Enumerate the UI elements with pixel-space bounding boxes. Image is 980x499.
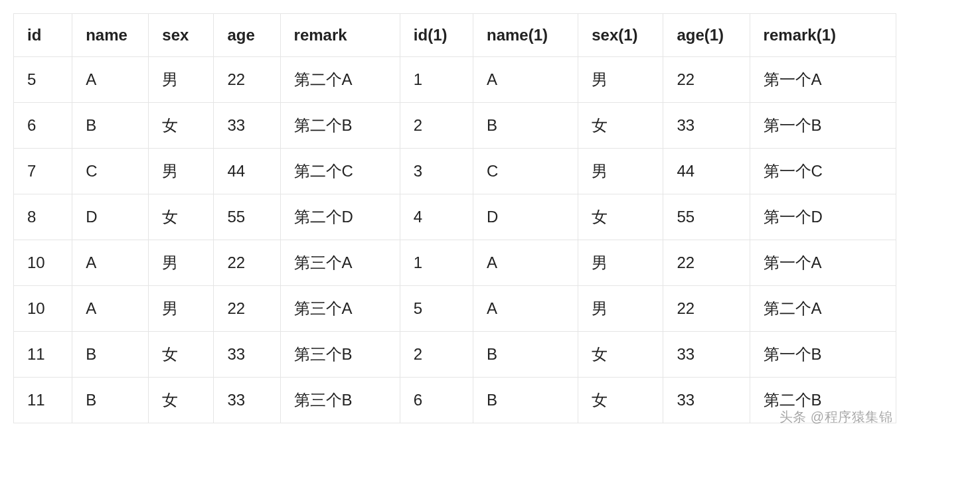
table-cell: 6: [400, 378, 473, 423]
table-row: 10A男22第三个A5A男22第二个A: [14, 286, 896, 332]
table-cell: 第二个D: [280, 194, 400, 240]
table-cell: A: [473, 286, 578, 332]
table-cell: B: [72, 332, 149, 378]
table-cell: 第一个B: [750, 103, 896, 149]
table-cell: B: [473, 378, 578, 423]
table-cell: B: [473, 103, 578, 149]
table-cell: 5: [14, 57, 72, 103]
col-header-remark: remark: [280, 14, 400, 57]
table-cell: 男: [149, 240, 214, 286]
table-cell: 男: [149, 286, 214, 332]
table-cell: C: [72, 149, 149, 194]
table-cell: 第三个B: [280, 332, 400, 378]
table-cell: 女: [149, 194, 214, 240]
table-cell: 第二个B: [280, 103, 400, 149]
col-header-sex: sex: [149, 14, 214, 57]
table-row: 8D女55第二个D4D女55第一个D: [14, 194, 896, 240]
col-header-age1: age(1): [663, 14, 750, 57]
table-cell: 44: [663, 149, 750, 194]
table-row: 6B女33第二个B2B女33第一个B: [14, 103, 896, 149]
table-cell: 22: [663, 286, 750, 332]
table-cell: 女: [149, 332, 214, 378]
table-cell: B: [72, 378, 149, 423]
table-row: 7C男44第二个C3C男44第一个C: [14, 149, 896, 194]
table-cell: 11: [14, 332, 72, 378]
table-cell: 44: [214, 149, 280, 194]
table-cell: B: [72, 103, 149, 149]
table-cell: 男: [149, 149, 214, 194]
table-cell: A: [72, 240, 149, 286]
table-row: 11B女33第三个B6B女33第二个B: [14, 378, 896, 423]
col-header-remark1: remark(1): [750, 14, 896, 57]
table-row: 11B女33第三个B2B女33第一个B: [14, 332, 896, 378]
table-cell: 男: [578, 149, 663, 194]
table-cell: D: [72, 194, 149, 240]
table-cell: 22: [663, 240, 750, 286]
table-cell: 第一个C: [750, 149, 896, 194]
table-cell: 第三个A: [280, 240, 400, 286]
table-row: 5A男22第二个A1A男22第一个A: [14, 57, 896, 103]
table-cell: 女: [578, 194, 663, 240]
table-cell: 22: [214, 286, 280, 332]
table-cell: 7: [14, 149, 72, 194]
table-cell: 22: [214, 240, 280, 286]
table-cell: 33: [663, 103, 750, 149]
table-cell: A: [473, 57, 578, 103]
table-cell: 33: [663, 378, 750, 423]
col-header-name1: name(1): [473, 14, 578, 57]
table-cell: 5: [400, 286, 473, 332]
col-header-name: name: [72, 14, 149, 57]
table-cell: 女: [578, 332, 663, 378]
table-cell: 55: [214, 194, 280, 240]
table-cell: 第三个B: [280, 378, 400, 423]
table-cell: 女: [578, 103, 663, 149]
table-cell: 6: [14, 103, 72, 149]
table-cell: 33: [214, 332, 280, 378]
table-cell: A: [72, 57, 149, 103]
table-container: id name sex age remark id(1) name(1) sex…: [13, 13, 896, 423]
table-cell: 第二个A: [280, 57, 400, 103]
table-cell: 22: [663, 57, 750, 103]
table-cell: 2: [400, 103, 473, 149]
table-cell: 10: [14, 240, 72, 286]
table-cell: C: [473, 149, 578, 194]
table-cell: 男: [578, 286, 663, 332]
table-cell: 22: [214, 57, 280, 103]
table-cell: 第三个A: [280, 286, 400, 332]
table-cell: 1: [400, 240, 473, 286]
table-cell: 55: [663, 194, 750, 240]
table-cell: 女: [149, 378, 214, 423]
table-cell: 男: [149, 57, 214, 103]
col-header-age: age: [214, 14, 280, 57]
table-cell: 10: [14, 286, 72, 332]
table-cell: 11: [14, 378, 72, 423]
table-cell: 第二个A: [750, 286, 896, 332]
table-cell: 2: [400, 332, 473, 378]
table-cell: 33: [214, 378, 280, 423]
table-cell: A: [473, 240, 578, 286]
table-cell: 男: [578, 240, 663, 286]
table-cell: 33: [214, 103, 280, 149]
col-header-sex1: sex(1): [578, 14, 663, 57]
table-cell: 第二个B: [750, 378, 896, 423]
table-row: 10A男22第三个A1A男22第一个A: [14, 240, 896, 286]
table-cell: 女: [149, 103, 214, 149]
col-header-id: id: [14, 14, 72, 57]
table-cell: D: [473, 194, 578, 240]
table-cell: 男: [578, 57, 663, 103]
col-header-id1: id(1): [400, 14, 473, 57]
table-cell: 4: [400, 194, 473, 240]
table-cell: 3: [400, 149, 473, 194]
table-cell: 8: [14, 194, 72, 240]
table-header-row: id name sex age remark id(1) name(1) sex…: [14, 14, 896, 57]
table-cell: 女: [578, 378, 663, 423]
table-cell: 第一个A: [750, 240, 896, 286]
table-cell: 第二个C: [280, 149, 400, 194]
table-cell: 33: [663, 332, 750, 378]
table-cell: B: [473, 332, 578, 378]
table-cell: 1: [400, 57, 473, 103]
table-cell: A: [72, 286, 149, 332]
table-cell: 第一个A: [750, 57, 896, 103]
table-cell: 第一个D: [750, 194, 896, 240]
data-table: id name sex age remark id(1) name(1) sex…: [13, 13, 896, 423]
